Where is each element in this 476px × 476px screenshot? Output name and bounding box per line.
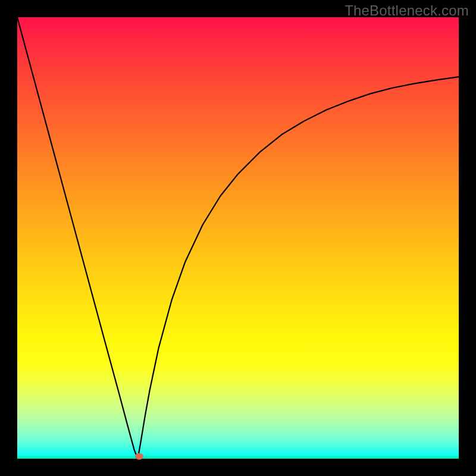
minimum-marker-dot (135, 453, 143, 460)
chart-curve-svg (17, 17, 459, 459)
chart-plot-area (17, 17, 459, 459)
curve-right-branch (138, 77, 459, 459)
curve-left-branch (17, 17, 138, 459)
watermark-label: TheBottleneck.com (345, 2, 469, 19)
